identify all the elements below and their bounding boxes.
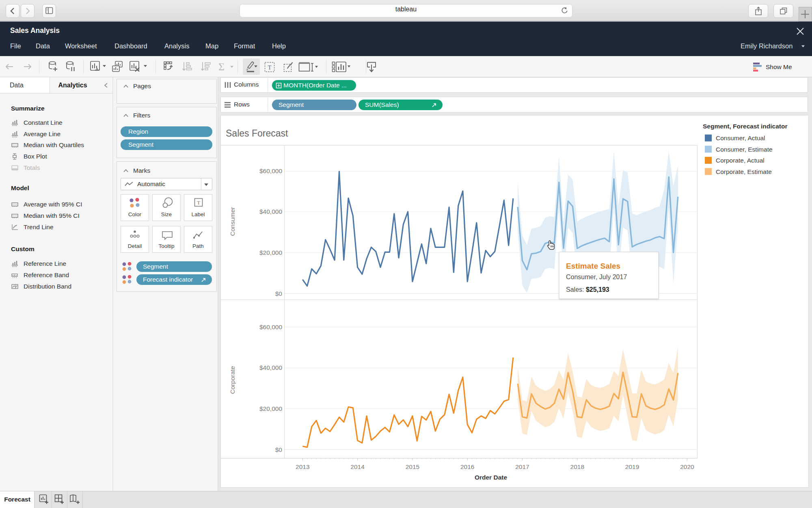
- svg-text:$0: $0: [275, 290, 283, 297]
- svg-text:2013: 2013: [296, 463, 309, 470]
- svg-text:2014: 2014: [350, 463, 365, 470]
- svg-text:T: T: [197, 200, 201, 206]
- svg-text:Corporate, Estimate: Corporate, Estimate: [716, 168, 772, 175]
- svg-text:Consumer: Consumer: [229, 207, 236, 236]
- svg-text:2016: 2016: [460, 463, 474, 470]
- svg-text:Sales Forecast: Sales Forecast: [226, 128, 288, 139]
- svg-text:$20,000: $20,000: [259, 405, 282, 412]
- svg-text:$20,000: $20,000: [259, 249, 282, 256]
- svg-text:T: T: [268, 64, 271, 71]
- svg-text:$0: $0: [275, 446, 283, 453]
- svg-text:2017: 2017: [515, 463, 529, 470]
- svg-text:Corporate, Actual: Corporate, Actual: [716, 157, 764, 164]
- svg-text:2020: 2020: [680, 463, 694, 470]
- svg-text:$60,000: $60,000: [259, 167, 282, 174]
- svg-text:$40,000: $40,000: [259, 364, 282, 371]
- svg-text:2019: 2019: [625, 463, 639, 470]
- svg-text:Consumer, Actual: Consumer, Actual: [716, 135, 765, 141]
- svg-text:$60,000: $60,000: [259, 323, 282, 330]
- svg-text:Consumer, July 2017: Consumer, July 2017: [566, 274, 627, 280]
- svg-text:Corporate: Corporate: [229, 366, 236, 394]
- svg-text:Sales: $25,193: Sales: $25,193: [566, 286, 609, 293]
- svg-text:2015: 2015: [406, 463, 419, 470]
- svg-text:Consumer, Estimate: Consumer, Estimate: [716, 146, 773, 153]
- svg-text:$40,000: $40,000: [259, 208, 282, 215]
- svg-text:Segment, Forecast indicator: Segment, Forecast indicator: [703, 123, 787, 130]
- svg-text:Order Date: Order Date: [475, 474, 507, 481]
- svg-text:2018: 2018: [570, 463, 584, 470]
- svg-text:Estimate Sales: Estimate Sales: [566, 262, 620, 270]
